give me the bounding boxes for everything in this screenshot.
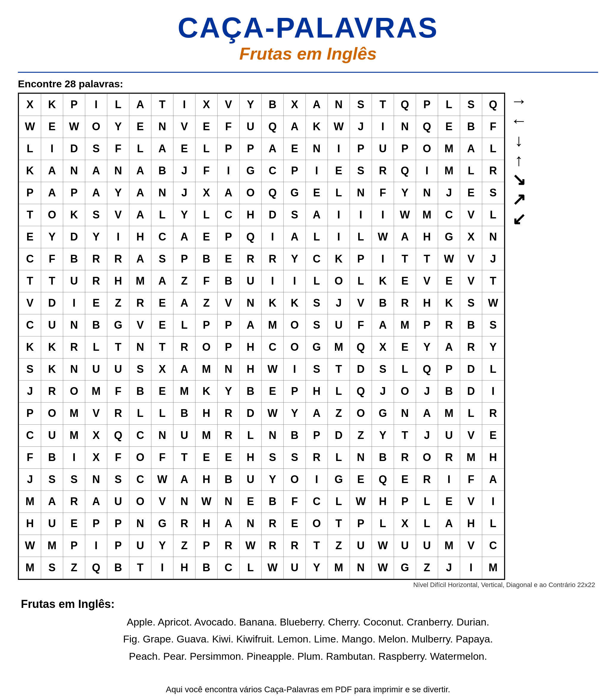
grid-cell: L [107, 93, 129, 116]
arrows-column: →←↓↑↘↗↙ [511, 93, 527, 227]
grid-cell: M [41, 535, 63, 557]
grid-cell: A [218, 182, 239, 204]
grid-cell: P [416, 314, 438, 336]
grid-cell: N [151, 116, 174, 138]
grid-cell: D [41, 292, 63, 314]
grid-cell: L [482, 138, 504, 160]
grid-cell: A [85, 490, 107, 513]
words-line: Apple. Apricot. Avocado. Banana. Blueber… [21, 613, 595, 631]
grid-cell: V [174, 116, 195, 138]
grid-cell: U [394, 535, 416, 557]
grid-cell: L [482, 513, 504, 535]
grid-cell: A [460, 138, 482, 160]
grid-cell: A [306, 402, 328, 424]
grid-cell: W [394, 204, 416, 226]
grid-cell: M [328, 557, 350, 579]
grid-cell: M [438, 160, 460, 182]
grid-cell: R [239, 248, 262, 270]
grid-cell: A [129, 182, 151, 204]
grid-cell: A [438, 513, 460, 535]
grid-cell: U [438, 424, 460, 446]
grid-cell: V [460, 535, 482, 557]
grid-cell: I [151, 557, 174, 579]
grid-cell: K [19, 160, 41, 182]
grid-cell: N [328, 93, 350, 116]
grid-cell: P [416, 93, 438, 116]
grid-cell: G [394, 557, 416, 579]
grid-cell: T [19, 270, 41, 292]
grid-cell: I [107, 226, 129, 248]
grid-cell: E [195, 116, 218, 138]
grid-cell: O [195, 336, 218, 358]
grid-cell: D [63, 226, 85, 248]
grid-cell: I [284, 358, 306, 380]
grid-cell: I [460, 557, 482, 579]
grid-cell: A [239, 314, 262, 336]
grid-cell: I [328, 204, 350, 226]
grid-cell: V [350, 292, 372, 314]
grid-cell: V [460, 248, 482, 270]
grid-cell: J [174, 160, 195, 182]
grid-cell: S [151, 248, 174, 270]
words-section: Frutas em Inglês: Apple. Apricot. Avocad… [18, 598, 598, 665]
grid-cell: K [41, 358, 63, 380]
grid-cell: I [416, 160, 438, 182]
grid-cell: R [41, 380, 63, 402]
grid-cell: Y [151, 535, 174, 557]
grid-cell: X [394, 513, 416, 535]
grid-cell: S [460, 93, 482, 116]
grid-cell: R [482, 160, 504, 182]
grid-cell: E [460, 182, 482, 204]
grid-cell: X [284, 93, 306, 116]
grid-cell: J [438, 557, 460, 579]
grid-cell: F [482, 116, 504, 138]
grid-cell: R [284, 535, 306, 557]
grid-cell: L [328, 380, 350, 402]
grid-cell: L [416, 490, 438, 513]
grid-cell: O [284, 469, 306, 490]
grid-cell: P [195, 535, 218, 557]
grid-cell: P [218, 336, 239, 358]
grid-cell: T [151, 93, 174, 116]
grid-cell: W [19, 535, 41, 557]
grid-cell: P [284, 160, 306, 182]
grid-cell: P [218, 226, 239, 248]
main-title: CAÇA-PALAVRAS [178, 12, 438, 44]
grid-cell: Q [416, 116, 438, 138]
grid-cell: P [19, 182, 41, 204]
grid-cell: Z [416, 557, 438, 579]
grid-cell: E [306, 182, 328, 204]
grid-cell: F [107, 446, 129, 469]
grid-cell: N [85, 469, 107, 490]
grid-cell: B [195, 248, 218, 270]
grid-cell: G [306, 336, 328, 358]
grid-cell: E [482, 424, 504, 446]
grid-cell: N [350, 182, 372, 204]
grid-cell: R [218, 402, 239, 424]
grid-cell: E [63, 513, 85, 535]
grid-cell: Z [328, 535, 350, 557]
grid-cell: S [85, 138, 107, 160]
grid-cell: B [239, 380, 262, 402]
grid-cell: P [63, 535, 85, 557]
grid-cell: Z [350, 424, 372, 446]
grid-cell: Q [262, 116, 284, 138]
grid-cell: A [306, 93, 328, 116]
grid-cell: C [438, 204, 460, 226]
grid-cell: R [394, 446, 416, 469]
divider [18, 72, 598, 73]
grid-cell: X [372, 336, 394, 358]
grid-cell: P [239, 138, 262, 160]
grid-cell: S [482, 314, 504, 336]
grid-cell: Y [239, 93, 262, 116]
grid-cell: O [85, 116, 107, 138]
footer: Aqui você encontra vários Caça-Palavras … [166, 665, 450, 697]
grid-cell: V [460, 270, 482, 292]
grid-cell: Q [239, 226, 262, 248]
grid-cell: R [262, 248, 284, 270]
grid-cell: S [372, 358, 394, 380]
grid-cell: I [328, 138, 350, 160]
grid-cell: K [19, 336, 41, 358]
grid-cell: N [239, 513, 262, 535]
grid-cell: B [284, 424, 306, 446]
